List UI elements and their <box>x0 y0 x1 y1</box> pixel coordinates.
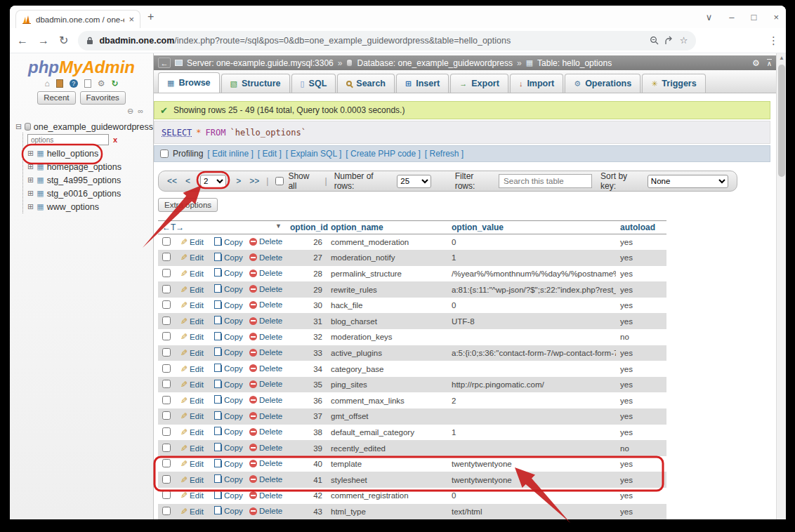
cell-copy[interactable]: Copy <box>210 345 245 361</box>
new-tab-button[interactable]: + <box>147 11 154 23</box>
filter-rows-input[interactable] <box>499 174 592 188</box>
tab-operations[interactable]: ⚙Operations <box>565 74 640 93</box>
col-header-option-id[interactable]: option_id <box>286 221 327 234</box>
copy-link[interactable]: Copy <box>214 301 243 310</box>
tab-sql[interactable]: ▯SQL <box>291 74 336 93</box>
cell-copy[interactable]: Copy <box>210 266 245 282</box>
delete-link[interactable]: Delete <box>249 396 282 404</box>
page-scrollbar[interactable]: ▲ <box>776 53 786 519</box>
copy-link[interactable]: Copy <box>214 348 243 357</box>
copy-link[interactable]: Copy <box>214 444 243 452</box>
cell-checkbox[interactable] <box>158 456 176 472</box>
row-checkbox[interactable] <box>162 332 171 340</box>
edit-link[interactable]: ✎Edit <box>180 507 204 517</box>
sidebar-item-www-options[interactable]: ⊞ ▦ www_options <box>27 200 153 213</box>
delete-link[interactable]: Delete <box>249 333 282 341</box>
copy-link[interactable]: Copy <box>214 364 243 373</box>
cell-edit[interactable]: ✎Edit <box>176 488 210 504</box>
cell-copy[interactable]: Copy <box>210 456 245 472</box>
scrollbar-thumb[interactable] <box>778 65 785 177</box>
cell-delete[interactable]: Delete <box>245 392 286 408</box>
zoom-icon[interactable] <box>650 36 659 45</box>
cell-copy[interactable]: Copy <box>210 377 245 393</box>
copy-link[interactable]: Copy <box>214 253 243 262</box>
cell-checkbox[interactable] <box>158 488 176 504</box>
window-minimize-button[interactable]: – <box>729 12 734 22</box>
page-select[interactable]: 2 <box>200 175 226 188</box>
cell-edit[interactable]: ✎Edit <box>176 440 210 456</box>
expand-box-icon[interactable]: ⊞ <box>27 189 34 198</box>
cell-edit[interactable]: ✎Edit <box>176 504 210 519</box>
cell-delete[interactable]: Delete <box>245 329 286 345</box>
row-checkbox[interactable] <box>162 364 171 373</box>
copy-link[interactable]: Copy <box>214 507 243 515</box>
edit-inline-link[interactable]: [ Edit inline ] <box>207 149 253 159</box>
tab-export[interactable]: →Export <box>450 74 508 93</box>
row-checkbox[interactable] <box>162 237 171 246</box>
cell-checkbox[interactable] <box>158 234 176 251</box>
sidebar-item-label[interactable]: stg_4a995_options <box>47 175 121 185</box>
tree-filter-input[interactable] <box>27 134 109 145</box>
cell-delete[interactable]: Delete <box>245 408 286 425</box>
cell-edit[interactable]: ✎Edit <box>176 345 210 361</box>
cell-delete[interactable]: Delete <box>245 472 286 488</box>
cell-checkbox[interactable] <box>158 377 176 393</box>
explain-sql-link[interactable]: [ Explain SQL ] <box>286 149 342 159</box>
scroll-top-icon[interactable]: ∧ <box>767 59 772 67</box>
window-maximize-button[interactable]: □ <box>751 12 757 22</box>
cell-delete[interactable]: Delete <box>245 345 286 361</box>
cell-delete[interactable]: Delete <box>245 425 286 441</box>
row-checkbox[interactable] <box>162 317 171 325</box>
options-dropdown-icon[interactable]: ▼ <box>275 222 282 230</box>
copy-link[interactable]: Copy <box>214 317 243 325</box>
prev-page-link[interactable]: < <box>185 176 190 186</box>
extra-options-button[interactable]: Extra options <box>158 198 218 212</box>
cell-checkbox[interactable] <box>158 250 176 266</box>
cell-delete[interactable]: Delete <box>245 456 286 472</box>
delete-link[interactable]: Delete <box>249 253 282 262</box>
cell-delete[interactable]: Delete <box>245 377 286 393</box>
cell-delete[interactable]: Delete <box>245 361 286 377</box>
sidebar-item-homepage-options[interactable]: ⊞ ▦ homepage_options <box>27 160 153 173</box>
sidebar-item-label[interactable]: stg_e0016_options <box>47 189 121 199</box>
delete-link[interactable]: Delete <box>249 491 282 500</box>
edit-link[interactable]: [ Edit ] <box>258 149 282 159</box>
edit-link[interactable]: ✎Edit <box>180 237 204 247</box>
delete-link[interactable]: Delete <box>249 475 282 484</box>
cell-copy[interactable]: Copy <box>210 504 245 519</box>
edit-link[interactable]: ✎Edit <box>180 317 204 326</box>
rows-per-page-select[interactable]: 25 <box>397 175 431 188</box>
col-header-option-name[interactable]: option_name <box>327 221 447 234</box>
copy-link[interactable]: Copy <box>214 269 243 277</box>
back-icon[interactable]: ← <box>17 35 28 46</box>
refresh-link[interactable]: [ Refresh ] <box>425 149 464 159</box>
share-icon[interactable] <box>664 36 674 45</box>
delete-link[interactable]: Delete <box>249 412 282 420</box>
collapse-box-icon[interactable]: ⊟ <box>15 122 22 131</box>
row-checkbox[interactable] <box>162 253 171 261</box>
sidebar-item-stg-e0016-options[interactable]: ⊞ ▦ stg_e0016_options <box>27 187 153 200</box>
browser-menu-icon[interactable]: ⋮ <box>768 34 779 47</box>
cell-delete[interactable]: Delete <box>245 504 286 519</box>
edit-link[interactable]: ✎Edit <box>180 444 204 453</box>
cell-edit[interactable]: ✎Edit <box>176 425 210 441</box>
settings-icon[interactable]: ⚙ <box>98 79 105 88</box>
cell-edit[interactable]: ✎Edit <box>176 281 210 298</box>
cell-delete[interactable]: Delete <box>245 313 286 329</box>
breadcrumb-server[interactable]: Server: one-example.guide.mysql:3306 <box>187 58 334 68</box>
recent-button[interactable]: Recent <box>37 91 75 105</box>
window-chevron-icon[interactable]: ∨ <box>706 12 713 22</box>
tree-database-row[interactable]: ⊟ one_example_guidewordpress <box>15 121 153 133</box>
sort-by-key-select[interactable]: None <box>648 175 728 188</box>
window-close-button[interactable]: × <box>773 12 779 22</box>
edit-link[interactable]: ✎Edit <box>180 364 204 374</box>
sidebar-item-label[interactable]: www_options <box>47 202 99 212</box>
home-icon[interactable]: ⌂ <box>44 79 49 88</box>
cell-checkbox[interactable] <box>158 392 176 408</box>
delete-link[interactable]: Delete <box>249 317 282 325</box>
row-checkbox[interactable] <box>162 285 171 293</box>
cell-copy[interactable]: Copy <box>210 425 245 441</box>
edit-link[interactable]: ✎Edit <box>180 348 204 358</box>
edit-link[interactable]: ✎Edit <box>180 396 204 406</box>
cell-copy[interactable]: Copy <box>210 329 245 345</box>
